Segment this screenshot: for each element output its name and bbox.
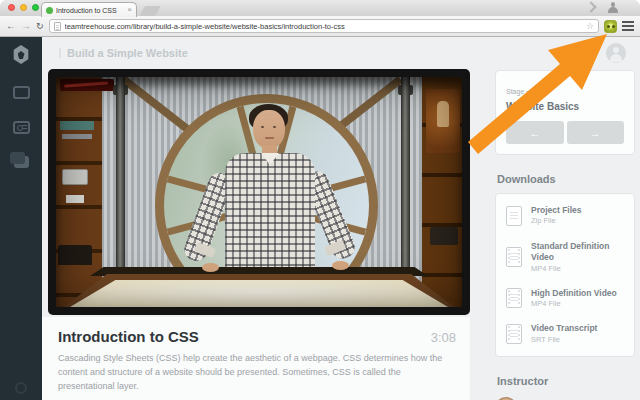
- download-subtitle: MP4 File: [531, 299, 617, 309]
- download-item-sd-video[interactable]: Standard Definition Video MP4 File: [496, 234, 634, 281]
- browser-tab[interactable]: Introduction to CSS ×: [41, 2, 137, 17]
- video-title: Introduction to CSS: [58, 328, 431, 345]
- zip-file-icon: [506, 206, 522, 226]
- window-controls: [8, 4, 39, 11]
- download-subtitle: MP4 File: [531, 264, 624, 274]
- video-file-icon: [506, 247, 522, 267]
- user-avatar[interactable]: [606, 43, 626, 63]
- close-tab-icon[interactable]: ×: [127, 6, 132, 14]
- app-sidebar: [0, 37, 42, 400]
- download-item-project-files[interactable]: Project Files Zip File: [496, 198, 634, 234]
- video-description: Cascading Style Sheets (CSS) help create…: [58, 352, 456, 394]
- bookmark-star-icon[interactable]: ☆: [586, 22, 594, 31]
- download-title: Video Transcript: [531, 323, 597, 334]
- page-icon: [54, 22, 61, 31]
- scene-vignette: [56, 77, 462, 307]
- browser-toolbar: ← → ↻ teamtreehouse.com/library/build-a-…: [0, 16, 640, 37]
- video-meta: Introduction to CSS 3:08 Cascading Style…: [42, 317, 470, 400]
- page-header: Build a Simple Website 5,625: [42, 37, 640, 69]
- reload-button[interactable]: ↻: [36, 22, 44, 31]
- next-video-button[interactable]: →: [567, 121, 625, 144]
- minimize-window-button[interactable]: [20, 4, 27, 11]
- back-button[interactable]: ←: [6, 21, 16, 31]
- download-title: Standard Definition Video: [531, 241, 624, 264]
- address-bar[interactable]: teamtreehouse.com/library/build-a-simple…: [49, 19, 599, 33]
- breadcrumb-tick: [59, 48, 61, 58]
- download-title: High Definition Video: [531, 288, 617, 299]
- right-sidebar: Stage Website Basics ← → Downloads: [470, 69, 640, 400]
- download-title: Project Files: [531, 205, 582, 216]
- browser-menu-icon[interactable]: [622, 21, 634, 31]
- downloads-card: Project Files Zip File Standard Definiti…: [495, 193, 635, 357]
- instructor-heading: Instructor: [497, 375, 635, 387]
- profile-icon[interactable]: [608, 2, 618, 13]
- caret-down-icon: [526, 91, 532, 94]
- stage-name: Website Basics: [506, 101, 624, 112]
- library-icon[interactable]: [13, 86, 30, 99]
- transcript-file-icon: [506, 324, 522, 344]
- settings-gear-icon[interactable]: [15, 382, 27, 394]
- url-text[interactable]: teamtreehouse.com/library/build-a-simple…: [65, 22, 582, 31]
- points-counter: 5,625: [571, 48, 596, 59]
- treehouse-logo-icon[interactable]: [13, 45, 30, 64]
- browser-window: Introduction to CSS × ← → ↻ teamtreehous…: [0, 0, 640, 400]
- page-body: Build a Simple Website 5,625: [0, 37, 640, 400]
- video-duration: 3:08: [431, 330, 456, 345]
- video-file-icon: [506, 288, 522, 308]
- main-content: Build a Simple Website 5,625: [42, 37, 640, 400]
- download-item-hd-video[interactable]: High Definition Video MP4 File: [496, 281, 634, 317]
- download-subtitle: Zip File: [531, 216, 582, 226]
- zoom-window-button[interactable]: [32, 4, 39, 11]
- video-column: Introduction to CSS 3:08 Cascading Style…: [42, 69, 470, 400]
- video-player[interactable]: [48, 69, 470, 315]
- download-subtitle: SRT File: [531, 335, 597, 345]
- video-frame: [56, 77, 462, 307]
- stage-label[interactable]: Stage: [506, 80, 624, 98]
- close-window-button[interactable]: [8, 4, 15, 11]
- forward-button[interactable]: →: [21, 21, 31, 31]
- stage-card: Stage Website Basics ← →: [495, 70, 635, 155]
- prev-video-button[interactable]: ←: [506, 121, 564, 144]
- fullscreen-icon[interactable]: [585, 1, 596, 12]
- treehouse-favicon-icon: [46, 7, 53, 14]
- tracks-icon[interactable]: [14, 156, 29, 168]
- download-item-transcript[interactable]: Video Transcript SRT File: [496, 316, 634, 352]
- stage-label-text: Stage: [506, 88, 524, 95]
- extension-icon[interactable]: [604, 20, 617, 33]
- tab-title: Introduction to CSS: [56, 7, 124, 14]
- downloads-heading: Downloads: [497, 173, 635, 185]
- course-title[interactable]: Build a Simple Website: [67, 47, 571, 59]
- achievements-icon[interactable]: [13, 121, 30, 134]
